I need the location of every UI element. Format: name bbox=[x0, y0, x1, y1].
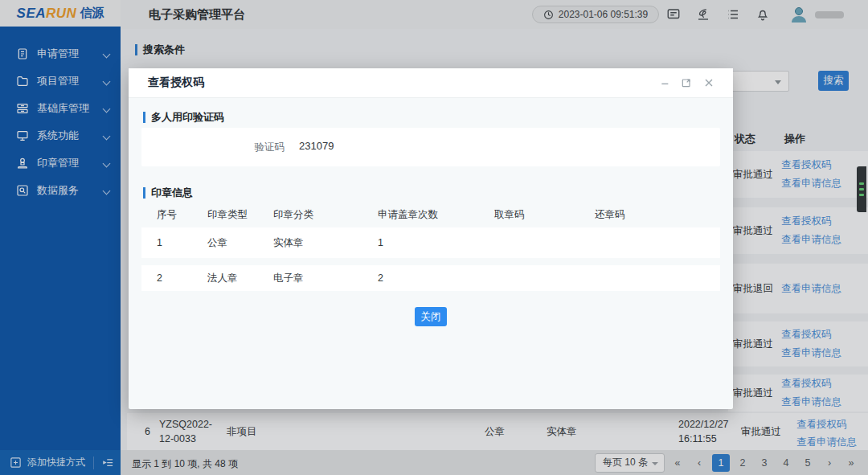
cell-seal-class: 实体章 bbox=[273, 236, 378, 250]
cell-seal-type: 法人章 bbox=[207, 272, 273, 285]
dialog-header: 查看授权码 bbox=[129, 68, 733, 98]
dialog-title: 查看授权码 bbox=[148, 76, 204, 90]
cell-no: 1 bbox=[157, 237, 207, 248]
table-header-row: 序号 印章类型 印章分类 申请盖章次数 取章码 还章码 bbox=[141, 203, 720, 226]
col-header-take-code: 取章码 bbox=[494, 208, 595, 222]
section-accent-bar bbox=[143, 112, 145, 123]
close-icon[interactable] bbox=[702, 76, 715, 89]
verification-section-title: 多人用印验证码 bbox=[143, 110, 224, 125]
seal-info-section-label: 印章信息 bbox=[151, 186, 193, 200]
verification-field-box: 验证码 231079 bbox=[141, 128, 720, 166]
cell-stamp-count: 1 bbox=[378, 237, 494, 248]
cell-stamp-count: 2 bbox=[378, 272, 494, 284]
col-header-stamp-count: 申请盖章次数 bbox=[378, 208, 494, 222]
cell-seal-class: 电子章 bbox=[273, 272, 378, 285]
close-button[interactable]: 关闭 bbox=[415, 307, 447, 326]
col-header-no: 序号 bbox=[157, 208, 207, 222]
seal-info-table: 序号 印章类型 印章分类 申请盖章次数 取章码 还章码 1 公章 实体章 1 2… bbox=[141, 203, 720, 291]
cell-seal-type: 公章 bbox=[207, 236, 273, 250]
seal-info-section-title: 印章信息 bbox=[143, 186, 193, 200]
table-row: 2 法人章 电子章 2 bbox=[141, 265, 720, 291]
verification-section-label: 多人用印验证码 bbox=[151, 110, 224, 125]
maximize-icon[interactable] bbox=[680, 76, 693, 89]
col-header-seal-type: 印章类型 bbox=[207, 208, 273, 222]
cell-no: 2 bbox=[157, 272, 207, 284]
section-accent-bar bbox=[143, 187, 145, 199]
side-float-widget[interactable] bbox=[857, 166, 866, 212]
table-row: 1 公章 实体章 1 bbox=[141, 227, 720, 258]
col-header-seal-class: 印章分类 bbox=[273, 208, 378, 222]
verification-code-label: 验证码 bbox=[141, 141, 285, 154]
verification-code-value: 231079 bbox=[299, 140, 334, 152]
minimize-icon[interactable] bbox=[659, 76, 672, 89]
col-header-return-code: 还章码 bbox=[595, 208, 720, 222]
view-auth-code-dialog: 查看授权码 多人用印验证码 验证码 231079 印章信息 序号 印章类型 印章… bbox=[129, 68, 733, 409]
